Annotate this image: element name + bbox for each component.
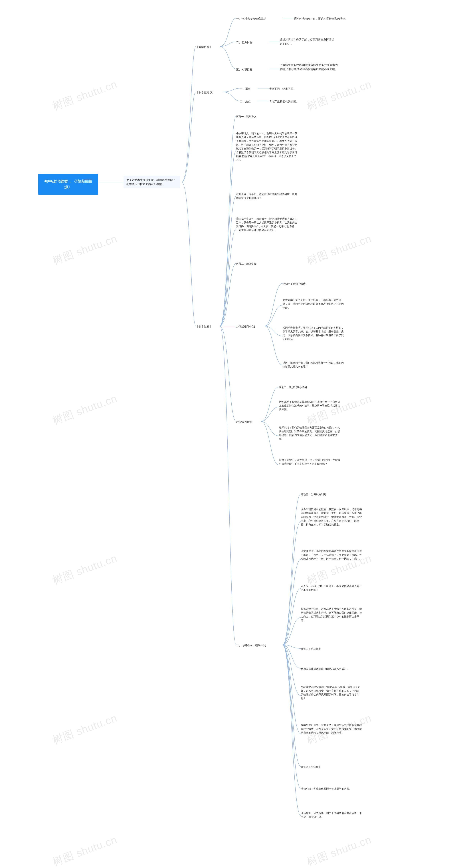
watermark: 树图 shutu.cn [50,832,119,868]
sub3-item-2: 课件呈现教材中的案例：默默在一次考试中，把本是强项的数学考砸了。试卷发下来后，她… [301,507,363,527]
proc-intro-4: 指名找学生回答，教师解释：情绪相伴于我们的日常生活中，就像是一只让人捉摸不透的小… [236,216,298,233]
watermark: 树图 shutu.cn [304,832,374,868]
goal-3-label[interactable]: 三、知识目标 [236,67,252,72]
sub2-title: 2.情绪的来源 [236,420,252,423]
mindmap-canvas: 树图 shutu.cn 树图 shutu.cn 树图 shutu.cn 树图 s… [0,0,465,868]
section-focus-title: 【教学重难点】 [196,91,215,94]
section-goals[interactable]: 【教学目标】 [196,44,212,50]
focus-1-label[interactable]: 一、重点 [240,86,251,92]
goal-2-label[interactable]: 二、能力目标 [236,40,252,45]
sub3-item-9: 找学生进行回答，教师总结：我们生活中经常会有各种各样的情绪，这都是非常正常的，所… [301,722,363,736]
sub3-item-4: 四人为一小组，进行小组讨论：不同的情绪会对人有什么不同的影响？ [301,584,363,593]
sub3-item-6: 环节三：巩固提高 [301,646,321,651]
sub1-item-4: 过渡：那么同学们，我们来思考这样一个问题，我们的情绪是从哪儿来的呢？ [283,360,344,369]
goal-1-text: 通过对情绪的了解，正确地看待自己的情绪。 [293,16,348,22]
watermark: 树图 shutu.cn [50,710,119,748]
sub1-title: 1.情绪相伴你我 [236,325,255,328]
sub3-item-5: 根据讨论的结果，教师总结：情绪的作用非常神奇，影响着我们的观念和行动。它可能激励… [301,606,363,623]
sub2-item-1: 活动二：说说我的小情绪 [279,385,307,390]
watermark: 树图 shutu.cn [50,390,119,428]
focus-2-label[interactable]: 二、难点 [240,99,251,104]
sub1-item-2: 要求同学们每个人做一张小纸条，上面写着不同的情绪，请一些同学上台随机抽取纸条并表… [283,298,344,310]
sub2-item-3: 教师总结：我们的情绪受多方面因素影响。例如，个人的生理周期、对某件事的预期、周围… [279,425,341,442]
focus-2-text: 情绪产生和变化的原因。 [269,99,299,104]
sub3-item-11: 活动小结：学生集体回顾本节课所学的内容。 [301,786,352,792]
goal-2-text: 通过对情绪种类的了解，提高判断自身情绪状态的能力。 [280,37,334,46]
watermark: 树图 shutu.cn [50,550,119,588]
sub3-item-7: 利用多媒体播放歌曲《阳光总在风雨后》。 [301,666,349,672]
proc-intro-2: 小故事导入：明明的一天。明明今天刚到学校的第一节课就受到了老师的表扬，因为昨天的… [236,131,298,163]
sub1-item-3: 找同学进行表演，教师总结：人的情绪是复杂多样的，除了常见的喜、怒、哀、惧等基本情… [283,325,344,342]
goal-3-text: 了解情绪是多种多样的;懂得情绪受多方面因素的影响;了解积极情绪和消极情绪带来的不… [280,62,340,72]
section-goals-title: 【教学目标】 [196,45,212,49]
proc-intro-5: 环节二：新课讲授 [236,261,256,267]
sub2-item-2: 活动规则：教师随机抽取班级同学上台分享一下自己身上发生的情绪波动的小故事，重点讲… [279,399,341,412]
focus-1-text: 情绪不同，结果不同。 [269,86,296,92]
section-process-title: 【教学过程】 [196,325,212,328]
sub1-node[interactable]: 1.情绪相伴你我 [236,324,255,330]
sub3-node[interactable]: 三、情绪不同，结果不同 [236,643,266,648]
sub1-item-1: 活动一：我们的情绪 [283,281,306,286]
section-focus[interactable]: 【教学重难点】 [196,90,215,95]
root-title: 初中政治教案：《情绪面面观》 [44,179,92,190]
sub3-item-8: 品析其中这样句歌词："阳光总在风雨后，请相信有彩虹，风风雨雨都接受，我一直都在你… [301,684,363,701]
sub3-item-1: 活动三：当考试失利时 [301,492,326,497]
watermark: 树图 shutu.cn [50,230,119,269]
watermark: 树图 shutu.cn [304,76,374,114]
sub2-item-4: 过渡：同学们，请大家想一想，当我们面对同一件事情时因为情绪的不同是否会有不同的结… [279,457,341,466]
proc-intro-1: 环节一：课堂导入 [236,114,256,119]
section-process[interactable]: 【教学过程】 [196,324,212,330]
sub3-title: 三、情绪不同，结果不同 [236,644,266,647]
watermark: 树图 shutu.cn [304,230,374,269]
sub3-item-3: 语文考试时，小冲因为紧张导致许多原来会做的题目做不出来，一怒之下，把试卷撕了，并… [301,549,363,561]
goal-1-label[interactable]: 一、情感态度价值观目标 [236,16,266,22]
sub2-node[interactable]: 2.情绪的来源 [236,419,252,425]
intro-text: 为了帮助考生面试备考，树图网特整理了初中政治《情绪面面观》教案： [126,178,176,186]
proc-intro-3: 教师设疑：同学们，你们有没有过类似的情绪在一段时间内多次变化的体验？ [236,192,298,201]
sub3-item-10: 环节四：小结作业 [301,764,321,770]
sub3-item-12: 课后作业：回去搜集一则关于情绪的名言或者俗语，下节课一同交流分享。 [301,811,363,820]
intro-node[interactable]: 为了帮助考生面试备考，树图网特整理了初中政治《情绪面面观》教案： [124,176,180,188]
watermark: 树图 shutu.cn [50,76,119,114]
root-node[interactable]: 初中政治教案：《情绪面面观》 [38,174,98,195]
connector-lines [0,0,465,868]
